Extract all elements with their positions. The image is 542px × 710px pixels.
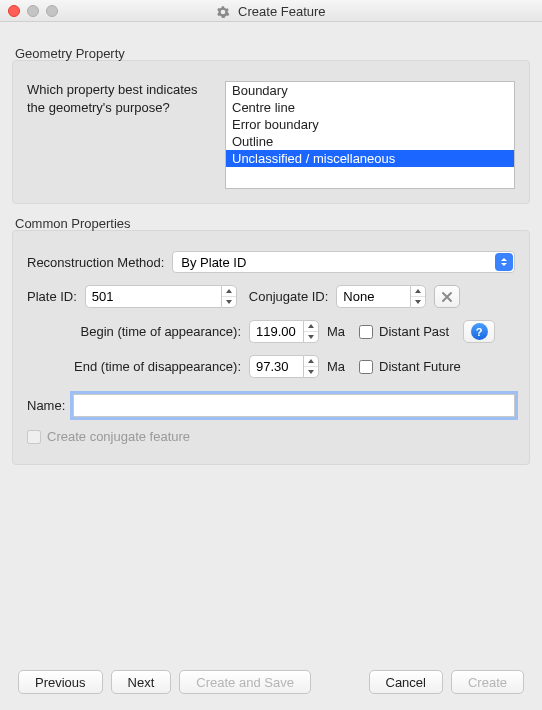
window-controls [8, 5, 58, 17]
begin-time-label: Begin (time of appearance): [45, 324, 241, 339]
common-legend: Common Properties [15, 216, 131, 231]
plate-id-label: Plate ID: [27, 289, 77, 304]
cancel-button[interactable]: Cancel [369, 670, 443, 694]
create-and-save-button[interactable]: Create and Save [179, 670, 311, 694]
help-button[interactable]: ? [463, 320, 495, 343]
distant-past-checkbox[interactable]: Distant Past [359, 324, 449, 339]
geometry-purpose-list[interactable]: BoundaryCentre lineError boundaryOutline… [225, 81, 515, 189]
geometry-option[interactable]: Outline [226, 133, 514, 150]
geometry-legend: Geometry Property [15, 46, 125, 61]
end-time-input[interactable] [249, 355, 303, 378]
reconstruction-method-select[interactable]: By Plate ID [172, 251, 515, 273]
conjugate-id-stepper[interactable] [336, 285, 426, 308]
minimize-button[interactable] [27, 5, 39, 17]
begin-time-stepper[interactable] [249, 320, 319, 343]
end-time-label: End (time of disappearance): [45, 359, 241, 374]
geometry-option[interactable]: Unclassified / miscellaneous [226, 150, 514, 167]
titlebar: Create Feature [0, 0, 542, 22]
conjugate-id-input[interactable] [336, 285, 410, 308]
window-title: Create Feature [238, 4, 325, 19]
distant-future-checkbox[interactable]: Distant Future [359, 359, 461, 374]
begin-ma-label: Ma [327, 324, 345, 339]
help-icon: ? [471, 323, 488, 340]
next-button[interactable]: Next [111, 670, 172, 694]
plate-id-stepper[interactable] [85, 285, 237, 308]
reconstruction-method-label: Reconstruction Method: [27, 255, 164, 270]
distant-future-label: Distant Future [379, 359, 461, 374]
conjugate-id-label: Conjugate ID: [249, 289, 329, 304]
end-ma-label: Ma [327, 359, 345, 374]
chevron-up-down-icon [495, 253, 513, 271]
begin-time-input[interactable] [249, 320, 303, 343]
name-label: Name: [27, 398, 65, 413]
create-button[interactable]: Create [451, 670, 524, 694]
common-properties-group: Common Properties Reconstruction Method:… [12, 230, 530, 465]
previous-button[interactable]: Previous [18, 670, 103, 694]
footer-buttons: Previous Next Create and Save Cancel Cre… [0, 656, 542, 710]
geometry-option[interactable]: Boundary [226, 82, 514, 99]
clear-conjugate-button[interactable] [434, 285, 460, 308]
name-input[interactable] [73, 394, 515, 417]
geometry-option[interactable]: Error boundary [226, 116, 514, 133]
close-button[interactable] [8, 5, 20, 17]
gear-icon [216, 4, 230, 18]
plate-id-input[interactable] [85, 285, 221, 308]
zoom-button[interactable] [46, 5, 58, 17]
geometry-property-group: Geometry Property Which property best in… [12, 60, 530, 204]
geometry-prompt: Which property best indicates the geomet… [27, 81, 207, 189]
create-conjugate-label: Create conjugate feature [47, 429, 190, 444]
end-time-stepper[interactable] [249, 355, 319, 378]
geometry-option[interactable]: Centre line [226, 99, 514, 116]
create-conjugate-checkbox: Create conjugate feature [27, 429, 515, 444]
distant-past-label: Distant Past [379, 324, 449, 339]
